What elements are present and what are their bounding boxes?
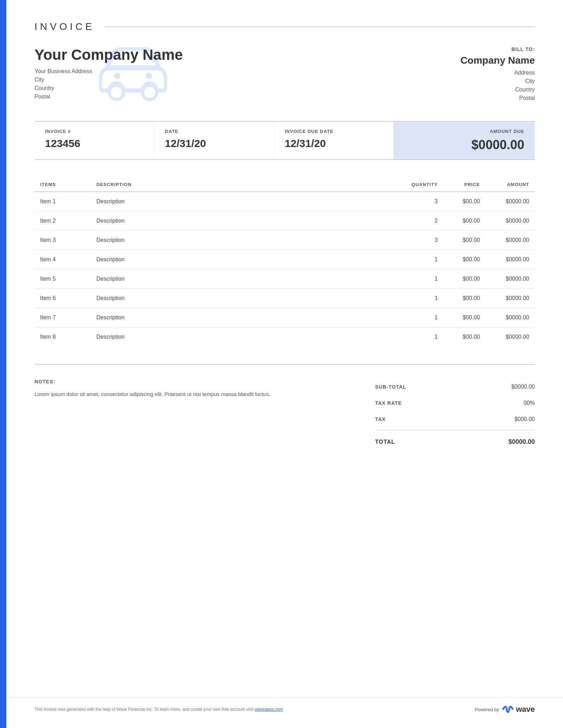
- bill-postal: Postal: [460, 95, 535, 101]
- subtotal-value: $0000.00: [511, 384, 535, 390]
- table-row: Item 1 Description 3 $00.00 $0000.00: [34, 192, 535, 211]
- row-desc-2: Description: [91, 211, 401, 231]
- row-item-4: Item 4: [34, 250, 91, 269]
- row-desc-3: Description: [91, 231, 401, 250]
- row-amount-7: $0000.00: [486, 308, 535, 327]
- row-amount-6: $0000.00: [486, 289, 535, 308]
- meta-amount-due: AMOUNT DUE $0000.00: [394, 122, 535, 159]
- footer: This invoice was generated with the help…: [6, 697, 563, 714]
- due-date-label: INVOICE DUE DATE: [285, 129, 383, 134]
- row-qty-7: 1: [401, 308, 443, 327]
- table-row: Item 3 Description 3 $00.00 $0000.00: [34, 231, 535, 250]
- row-qty-8: 1: [401, 327, 443, 347]
- row-item-2: Item 2: [34, 211, 91, 231]
- tax-value: $000.00: [514, 416, 535, 422]
- footer-text: This invoice was generated with the help…: [34, 707, 283, 712]
- table-row: Item 6 Description 1 $00.00 $0000.00: [34, 289, 535, 308]
- row-qty-6: 1: [401, 289, 443, 308]
- date-label: DATE: [165, 129, 264, 134]
- row-item-8: Item 8: [34, 327, 91, 347]
- items-table: ITEMS DESCRIPTION QUANTITY PRICE AMOUNT …: [34, 178, 535, 346]
- svg-point-0: [114, 73, 120, 79]
- subtotal-row: SUB-TOTAL $0000.00: [375, 379, 535, 395]
- subtotal-label: SUB-TOTAL: [375, 384, 406, 390]
- bill-country: Country: [460, 87, 535, 93]
- row-price-4: $00.00: [443, 250, 486, 269]
- table-body: Item 1 Description 3 $00.00 $0000.00 Ite…: [34, 192, 535, 346]
- table-row: Item 4 Description 1 $00.00 $0000.00: [34, 250, 535, 269]
- bottom-section: NOTES: Lorem ipsum dolor sit amet, conse…: [34, 364, 535, 451]
- header-quantity: QUANTITY: [401, 178, 443, 192]
- totals-section: SUB-TOTAL $0000.00 TAX RATE 00% TAX $000…: [375, 379, 535, 451]
- row-price-2: $00.00: [443, 211, 486, 231]
- total-label: TOTAL: [375, 439, 395, 445]
- header-price: PRICE: [443, 178, 486, 192]
- row-item-5: Item 5: [34, 269, 91, 289]
- bill-company-name: Company Name: [460, 55, 535, 66]
- row-qty-4: 1: [401, 250, 443, 269]
- row-amount-4: $0000.00: [486, 250, 535, 269]
- due-date-value: 12/31/20: [285, 138, 383, 149]
- row-amount-3: $0000.00: [486, 231, 535, 250]
- meta-left: INVOICE # 123456 DATE 12/31/20 INVOICE D…: [34, 122, 394, 159]
- row-amount-1: $0000.00: [486, 192, 535, 211]
- row-amount-5: $0000.00: [486, 269, 535, 289]
- header-description: DESCRIPTION: [91, 178, 401, 192]
- amount-due-label: AMOUNT DUE: [405, 129, 524, 134]
- footer-powered: Powered by wave: [475, 705, 535, 714]
- footer-text-content: This invoice was generated with the help…: [34, 707, 255, 712]
- bill-to-label: BILL TO:: [460, 46, 535, 52]
- tax-rate-value: 00%: [524, 400, 535, 406]
- svg-point-1: [146, 73, 152, 79]
- table-row: Item 2 Description 2 $00.00 $0000.00: [34, 211, 535, 231]
- row-desc-7: Description: [91, 308, 401, 327]
- bill-city: City: [460, 78, 535, 84]
- row-item-7: Item 7: [34, 308, 91, 327]
- row-item-1: Item 1: [34, 192, 91, 211]
- row-price-5: $00.00: [443, 269, 486, 289]
- tax-label: TAX: [375, 416, 386, 422]
- powered-by-text: Powered by: [475, 707, 499, 712]
- notes-section: NOTES: Lorem ipsum dolor sit amet, conse…: [34, 379, 375, 451]
- left-accent-bar: [0, 0, 6, 728]
- notes-text: Lorem ipsum dolor sit amet, consectetur …: [34, 390, 354, 398]
- page-content: INVOICE Your Company Name Your Business …: [6, 0, 563, 500]
- meta-due-date: INVOICE DUE DATE 12/31/20: [274, 122, 394, 159]
- footer-link[interactable]: waveapps.com: [255, 707, 283, 712]
- row-qty-1: 3: [401, 192, 443, 211]
- row-item-3: Item 3: [34, 231, 91, 250]
- row-qty-3: 3: [401, 231, 443, 250]
- total-value: $0000.00: [508, 438, 535, 446]
- meta-invoice-num: INVOICE # 123456: [34, 122, 154, 159]
- row-desc-1: Description: [91, 192, 401, 211]
- row-price-7: $00.00: [443, 308, 486, 327]
- table-row: Item 7 Description 1 $00.00 $0000.00: [34, 308, 535, 327]
- invoice-meta: INVOICE # 123456 DATE 12/31/20 INVOICE D…: [34, 121, 535, 160]
- wave-text: wave: [516, 705, 535, 714]
- row-amount-2: $0000.00: [486, 211, 535, 231]
- wave-icon: [502, 705, 514, 714]
- row-price-8: $00.00: [443, 327, 486, 347]
- invoice-num-value: 123456: [45, 138, 144, 149]
- title-divider: [105, 27, 535, 27]
- company-section: Your Company Name Your Business Address …: [34, 46, 535, 103]
- row-item-6: Item 6: [34, 289, 91, 308]
- row-amount-8: $0000.00: [486, 327, 535, 347]
- invoice-title: INVOICE: [34, 21, 95, 32]
- total-divider: [375, 430, 535, 430]
- notes-label: NOTES:: [34, 379, 354, 384]
- tax-row: TAX $000.00: [375, 411, 535, 427]
- row-desc-8: Description: [91, 327, 401, 347]
- car-watermark-icon: [91, 39, 175, 104]
- meta-date: DATE 12/31/20: [154, 122, 274, 159]
- tax-rate-label: TAX RATE: [375, 400, 402, 406]
- bill-to-section: BILL TO: Company Name Address City Count…: [460, 46, 535, 103]
- row-desc-5: Description: [91, 269, 401, 289]
- total-row: TOTAL $0000.00: [375, 433, 535, 451]
- table-row: Item 8 Description 1 $00.00 $0000.00: [34, 327, 535, 347]
- invoice-num-label: INVOICE #: [45, 129, 144, 134]
- row-price-1: $00.00: [443, 192, 486, 211]
- amount-due-value: $0000.00: [405, 138, 524, 152]
- row-desc-6: Description: [91, 289, 401, 308]
- header-amount: AMOUNT: [486, 178, 535, 192]
